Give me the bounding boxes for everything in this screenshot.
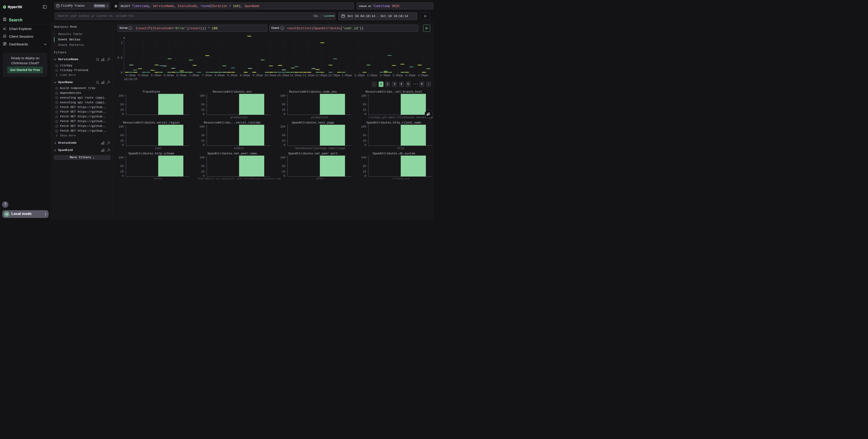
svg-text:TraceState: TraceState — [143, 90, 160, 93]
svg-text:0: 0 — [122, 113, 124, 116]
svg-text:100: 100 — [361, 94, 366, 97]
svg-text:SpanAttributes.net.peer.name: SpanAttributes.net.peer.name — [207, 152, 257, 155]
svg-text:z5prz9ggc4.us-central1.gcp.cli: z5prz9ggc4.us-central1.gcp.clickhouse-st… — [197, 178, 281, 179]
svg-text:100: 100 — [280, 94, 285, 97]
svg-text:http: http — [397, 147, 404, 150]
svg-text:1:30pm: 1:30pm — [354, 74, 365, 77]
svg-text:100: 100 — [199, 94, 205, 97]
svg-text:nodejs: nodejs — [234, 147, 244, 150]
svg-text:SpanAttributes.next.page: SpanAttributes.next.page — [292, 121, 334, 124]
svg-text:0: 0 — [284, 144, 285, 147]
svg-text:SpanAttributes.net.peer.port: SpanAttributes.net.peer.port — [288, 152, 338, 155]
svg-text:5:00am: 5:00am — [138, 74, 148, 77]
svg-text:4:00pm: 4:00pm — [418, 74, 428, 77]
svg-text:50: 50 — [282, 165, 285, 168]
svg-text:100: 100 — [280, 125, 285, 128]
svg-text:0: 0 — [364, 113, 366, 116]
svg-text:9:30am: 9:30am — [252, 74, 263, 77]
svg-text:12:00pm: 12:00pm — [315, 74, 328, 77]
svg-text:25: 25 — [201, 139, 205, 143]
svg-text:8:00am: 8:00am — [214, 74, 225, 77]
svg-text:100: 100 — [199, 125, 205, 128]
svg-text:100: 100 — [361, 125, 366, 128]
svg-text:clickhouse: clickhouse — [392, 178, 409, 179]
svg-text:25: 25 — [282, 170, 285, 173]
svg-text:10/10/25: 10/10/25 — [124, 78, 137, 81]
svg-text:https: https — [154, 178, 162, 179]
svg-text:3:00pm: 3:00pm — [393, 74, 403, 77]
svg-text:8:30am: 8:30am — [227, 74, 237, 77]
svg-text:0: 0 — [203, 144, 205, 147]
svg-text:ResourceAttribu..cel.branch_ho: ResourceAttribu..cel.branch_host — [366, 90, 422, 93]
svg-text:10:30am: 10:30am — [277, 74, 289, 77]
svg-text:7:00am: 7:00am — [189, 74, 199, 77]
svg-text:25: 25 — [363, 109, 366, 112]
svg-text:1: 1 — [121, 41, 123, 45]
svg-text:100: 100 — [118, 156, 124, 159]
svg-text:50: 50 — [363, 165, 366, 168]
svg-text:25: 25 — [120, 139, 124, 143]
svg-text:0.5: 0.5 — [117, 56, 123, 59]
svg-text:0: 0 — [364, 144, 366, 147]
svg-text:25: 25 — [201, 109, 205, 112]
svg-text:0: 0 — [122, 175, 124, 178]
svg-text:100: 100 — [361, 156, 366, 159]
svg-text:ResourceAttributes.env: ResourceAttributes.env — [213, 90, 252, 93]
svg-text:100: 100 — [118, 125, 124, 128]
svg-text:100: 100 — [280, 156, 285, 159]
svg-text:50: 50 — [120, 103, 124, 106]
svg-text:25: 25 — [120, 109, 124, 112]
svg-text:50: 50 — [363, 103, 366, 106]
svg-text:2:30pm: 2:30pm — [380, 74, 390, 77]
svg-text:25: 25 — [282, 109, 285, 112]
svg-text:50: 50 — [201, 165, 205, 168]
svg-text:50: 50 — [120, 165, 124, 168]
svg-text:3:30pm: 3:30pm — [405, 74, 415, 77]
svg-text:12:30pm: 12:30pm — [328, 74, 340, 77]
svg-text:50: 50 — [201, 103, 205, 106]
svg-text:4:30am: 4:30am — [125, 74, 136, 77]
svg-text:0: 0 — [364, 175, 366, 178]
svg-text:SpanAttributes.http.client.nam: SpanAttributes.http.client.name — [366, 121, 421, 124]
svg-text:ResourceAttribu...vercel.runti: ResourceAttribu...vercel.runtime — [204, 121, 261, 124]
svg-text:2:00pm: 2:00pm — [367, 74, 377, 77]
svg-text:production: production — [230, 116, 248, 119]
svg-text:100: 100 — [118, 94, 124, 97]
svg-text:25: 25 — [201, 170, 205, 173]
svg-text:50: 50 — [120, 134, 124, 137]
svg-text:50: 50 — [201, 134, 205, 137]
svg-text:ResourceAttributes.vercel.regi: ResourceAttributes.vercel.region — [123, 121, 180, 124]
svg-text:6:30am: 6:30am — [176, 74, 186, 77]
svg-text:0: 0 — [122, 144, 124, 147]
svg-text:0: 0 — [284, 175, 285, 178]
svg-text:11:30am: 11:30am — [303, 74, 315, 77]
svg-text:25: 25 — [363, 139, 366, 143]
svg-text:0: 0 — [121, 71, 123, 75]
svg-text:5:30am: 5:30am — [151, 74, 161, 77]
svg-text:7:30am: 7:30am — [202, 74, 212, 77]
svg-text:0: 0 — [284, 113, 285, 116]
svg-text:SpanAttributes.http.scheme: SpanAttributes.http.scheme — [128, 152, 175, 155]
svg-text:1:00pm: 1:00pm — [342, 74, 352, 77]
svg-text:50: 50 — [363, 134, 366, 137]
svg-text:iad1: iad1 — [155, 147, 161, 150]
svg-text:50: 50 — [282, 134, 285, 137]
svg-text:50: 50 — [282, 103, 285, 106]
svg-text:clickpy-git-main-clickhouse.ve: clickpy-git-main-clickhouse.vercel.app — [368, 116, 433, 119]
svg-text:9:00am: 9:00am — [240, 74, 250, 77]
svg-text:SpanAttributes.db.system: SpanAttributes.db.system — [373, 152, 415, 155]
svg-text:11:00am: 11:00am — [290, 74, 302, 77]
svg-text:100: 100 — [199, 156, 205, 159]
svg-text:6:00am: 6:00am — [163, 74, 174, 77]
svg-text:25: 25 — [363, 170, 366, 173]
svg-text:production: production — [311, 116, 328, 119]
svg-text:25: 25 — [120, 170, 124, 173]
svg-text:0: 0 — [203, 175, 205, 178]
svg-text:10:00am: 10:00am — [265, 74, 277, 77]
svg-text:25: 25 — [282, 139, 285, 143]
svg-text:0: 0 — [203, 113, 205, 116]
svg-text:8443: 8443 — [316, 178, 323, 179]
svg-text:ResourceAttributes.node.env: ResourceAttributes.node.env — [289, 90, 337, 93]
svg-text:/dashboard/[package_name]/page: /dashboard/[package_name]/page — [294, 147, 345, 150]
